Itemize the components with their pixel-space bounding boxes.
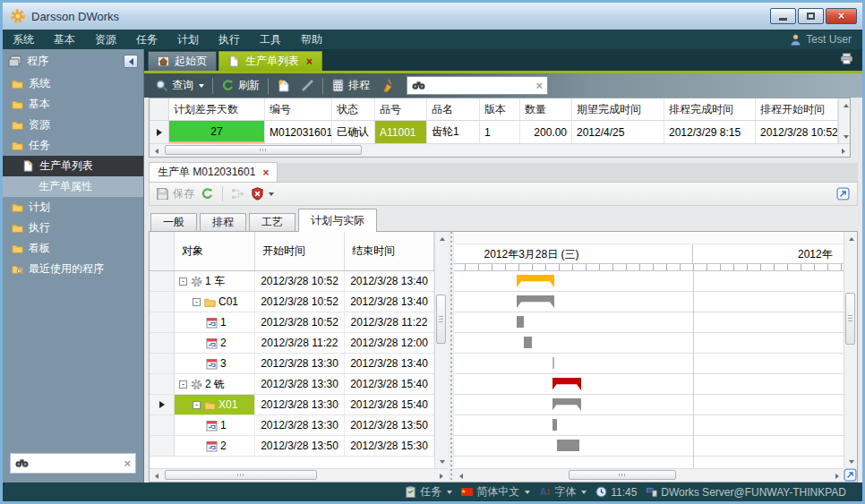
sidebar-search-input[interactable] xyxy=(33,457,119,471)
grid-column-header[interactable]: 编号 xyxy=(265,98,332,120)
tree-row[interactable]: -1 车2012/3/28 10:522012/3/28 13:40 xyxy=(150,271,434,292)
status-item[interactable]: 任务 xyxy=(405,484,452,500)
tab-inactive[interactable]: 起始页 xyxy=(148,51,217,71)
clear-search-icon[interactable]: × xyxy=(124,457,131,469)
tab-label: 起始页 xyxy=(175,54,207,69)
gantt-popout-icon[interactable] xyxy=(844,468,857,482)
toolbar-button-0[interactable]: 查询 xyxy=(150,76,210,95)
tree-vertical-scrollbar[interactable] xyxy=(434,232,448,468)
status-item[interactable]: 11:45 xyxy=(595,486,637,499)
tree-row[interactable]: 22012/3/28 13:502012/3/28 15:30 xyxy=(150,436,434,457)
sidebar-item[interactable]: 任务 xyxy=(3,135,143,156)
gantt-summary-bar[interactable] xyxy=(517,275,554,287)
toolbar-search-input[interactable] xyxy=(430,79,531,93)
gantt-task-bar[interactable] xyxy=(524,337,533,348)
close-detail-tab-icon[interactable]: × xyxy=(262,167,269,178)
tree-row[interactable]: -C012012/3/28 10:522012/3/28 13:40 xyxy=(150,292,434,312)
sidebar-item[interactable]: 计划 xyxy=(3,197,143,218)
refresh-icon[interactable] xyxy=(201,187,214,201)
menu-item[interactable]: 帮助 xyxy=(291,32,332,47)
tree-row[interactable]: 12012/3/28 13:302012/3/28 13:50 xyxy=(150,415,434,436)
grid-data-row[interactable]: 27M012031601已确认A11001齿轮11200.002012/4/25… xyxy=(150,121,838,143)
tree-column-header[interactable]: 结束时间 xyxy=(345,232,434,270)
expander-icon[interactable]: - xyxy=(179,278,187,286)
gantt-summary-bar[interactable] xyxy=(552,398,582,411)
tab-active[interactable]: 生产单列表× xyxy=(218,51,322,71)
grid-column-header[interactable]: 期望完成时间 xyxy=(572,98,664,120)
toolbar-button[interactable] xyxy=(295,77,320,94)
minimize-button[interactable] xyxy=(770,8,796,24)
menu-item[interactable]: 工具 xyxy=(250,32,291,47)
hierarchy-icon[interactable] xyxy=(231,187,244,201)
status-item[interactable]: DWorks Server@FUNWAY-THINKPAD xyxy=(646,486,846,499)
sidebar-item[interactable]: 系统 xyxy=(3,73,143,94)
menu-item[interactable]: 资源 xyxy=(85,32,126,47)
grid-column-header[interactable]: 计划差异天数 xyxy=(169,98,265,120)
tree-row[interactable]: 12012/3/28 10:522012/3/28 11:22 xyxy=(150,312,434,333)
status-item[interactable]: A字体 xyxy=(539,484,587,500)
tree-cell-end: 2012/3/28 13:40 xyxy=(345,292,434,312)
tree-row[interactable]: 22012/3/28 11:222012/3/28 12:00 xyxy=(150,333,434,354)
gantt-task-bar[interactable] xyxy=(552,419,557,431)
sidebar-item[interactable]: 最近使用的程序 xyxy=(3,259,143,279)
gantt-vertical-scrollbar[interactable] xyxy=(844,232,857,468)
inner-tab[interactable]: 计划与实际 xyxy=(298,209,377,232)
grid-horizontal-scrollbar[interactable] xyxy=(150,143,850,157)
gantt-horizontal-scrollbar[interactable] xyxy=(454,468,857,482)
save-button[interactable]: 保存 xyxy=(156,186,194,201)
sidebar-item[interactable]: 资源 xyxy=(3,115,143,135)
menu-item[interactable]: 执行 xyxy=(209,32,250,47)
expander-icon[interactable]: - xyxy=(179,380,187,389)
menu-item[interactable]: 系统 xyxy=(3,32,44,47)
tree-column-header[interactable]: 对象 xyxy=(175,232,255,270)
toolbar-button[interactable] xyxy=(375,77,399,94)
user-block[interactable]: Test User xyxy=(790,33,862,46)
expander-icon[interactable]: - xyxy=(193,401,201,409)
grid-column-header[interactable]: 状态 xyxy=(332,98,375,120)
tree-horizontal-scrollbar[interactable] xyxy=(150,468,448,482)
close-button[interactable]: × xyxy=(826,8,857,24)
grid-column-header[interactable]: 数量 xyxy=(520,98,572,120)
close-tab-icon[interactable]: × xyxy=(306,56,313,67)
sidebar-item[interactable]: 基本 xyxy=(3,94,143,115)
grid-column-header[interactable]: 版本 xyxy=(480,98,520,120)
shield-action-button[interactable] xyxy=(251,187,274,201)
toolbar-button-1[interactable]: 刷新 xyxy=(216,76,265,95)
grid-column-header[interactable]: 品号 xyxy=(375,98,427,120)
popout-icon[interactable] xyxy=(836,187,850,201)
tree-column-header[interactable]: 开始时间 xyxy=(255,232,345,270)
sidebar-item-label: 执行 xyxy=(29,220,50,235)
sidebar-item[interactable]: 生产单属性 xyxy=(3,176,143,197)
detail-tab[interactable]: 生产单 M012031601 × xyxy=(149,162,278,182)
inner-tab[interactable]: 工艺 xyxy=(249,213,295,232)
sidebar-item[interactable]: 看板 xyxy=(3,238,143,259)
menu-item[interactable]: 任务 xyxy=(126,32,167,47)
sidebar-collapse-button[interactable] xyxy=(124,55,138,68)
gantt-task-bar[interactable] xyxy=(517,316,524,328)
grid-column-header[interactable]: 排程完成时间 xyxy=(664,98,756,120)
menu-item[interactable]: 计划 xyxy=(167,32,209,47)
sidebar-item[interactable]: 执行 xyxy=(3,218,143,238)
toolbar-button-4[interactable]: 排程 xyxy=(326,76,375,95)
toolbar-button[interactable] xyxy=(271,77,295,94)
grid-vertical-scrollbar[interactable] xyxy=(838,98,850,143)
splitter-handle[interactable] xyxy=(448,232,454,482)
grid-column-header[interactable]: 品名 xyxy=(427,98,480,120)
gantt-summary-bar[interactable] xyxy=(517,295,554,308)
inner-tab[interactable]: 排程 xyxy=(200,213,246,232)
maximize-button[interactable] xyxy=(798,8,824,24)
tree-row[interactable]: -X012012/3/28 13:302012/3/28 15:40 xyxy=(150,395,434,415)
gantt-summary-bar[interactable] xyxy=(552,378,582,390)
inner-tab[interactable]: 一般 xyxy=(150,213,197,232)
grid-column-header[interactable]: 排程开始时间 xyxy=(756,98,838,120)
menu-item[interactable]: 基本 xyxy=(44,32,85,47)
tree-row[interactable]: 32012/3/28 13:302012/3/28 13:40 xyxy=(150,354,434,374)
clear-search-icon[interactable]: × xyxy=(535,80,543,91)
expander-icon[interactable]: - xyxy=(193,298,201,306)
gantt-task-bar[interactable] xyxy=(557,440,579,451)
tree-row[interactable]: -2 铣2012/3/28 13:302012/3/28 15:40 xyxy=(150,374,434,395)
printer-icon[interactable] xyxy=(840,52,853,65)
sidebar-item[interactable]: 生产单列表 xyxy=(3,156,143,176)
gantt-task-bar[interactable] xyxy=(552,357,555,369)
status-item[interactable]: 简体中文 xyxy=(461,484,530,500)
